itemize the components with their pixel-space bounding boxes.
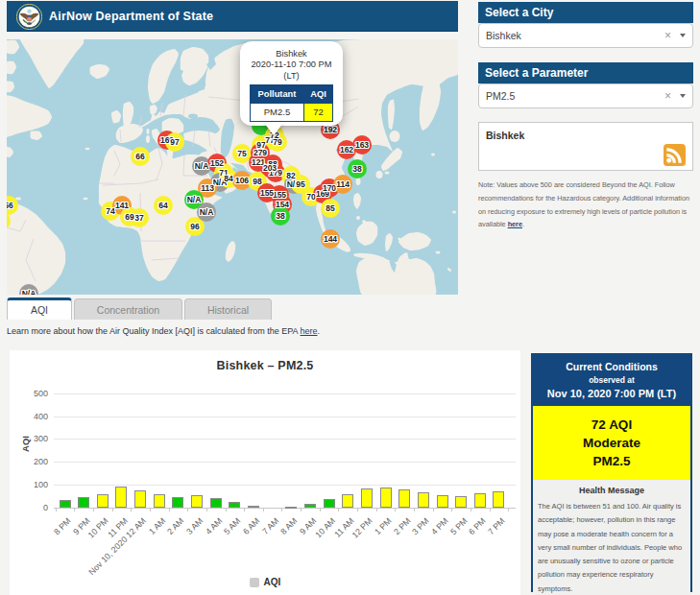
x-tick: [131, 508, 132, 512]
bar-4-pm[interactable]: [437, 495, 448, 508]
popup-col-aqi: AQI: [304, 84, 333, 103]
sidebar: Select a City Bishkek × Select a Paramet…: [478, 2, 693, 231]
x-tick-label: 2 AM: [165, 516, 186, 537]
learn-more-after: .: [318, 326, 321, 336]
x-tick: [56, 508, 57, 512]
popup-aqi-value: 72: [304, 103, 333, 121]
x-tick: [187, 508, 188, 512]
x-tick: [451, 508, 452, 512]
aqi-marker-label: N/A: [10, 284, 48, 295]
bar-4-am[interactable]: [210, 498, 222, 508]
x-tick-label: 7 PM: [486, 516, 507, 537]
tab-bar: AQIConcentrationHistorical: [7, 298, 274, 320]
x-tick-label: 8 PM: [52, 516, 73, 537]
x-tick-label: 5 PM: [448, 516, 470, 537]
bar-nov-10-2020-12-am[interactable]: [134, 490, 146, 508]
popup-city: Bishkek: [276, 49, 307, 59]
rss-box: Bishkek: [478, 122, 693, 171]
x-tick: [508, 508, 509, 512]
x-tick: [395, 508, 396, 512]
bar-10-pm[interactable]: [97, 494, 109, 508]
x-tick: [150, 508, 151, 512]
bar-8-pm[interactable]: [60, 500, 71, 508]
bar-1-pm[interactable]: [380, 488, 392, 508]
popup-timezone: (LT): [283, 71, 299, 81]
x-tick-label: 3 AM: [184, 516, 205, 537]
department-of-state-seal-icon: [16, 4, 42, 30]
gridline-200: [54, 462, 516, 463]
x-tick-label: 10 AM: [313, 516, 337, 540]
x-tick: [263, 508, 264, 512]
x-tick: [320, 508, 321, 512]
city-select[interactable]: Bishkek ×: [478, 23, 693, 48]
y-tick-label: 400: [15, 412, 48, 421]
x-tick: [357, 508, 358, 512]
aqi-marker-label: 38: [261, 206, 300, 226]
aqi-marker-label: 38: [338, 159, 376, 178]
aqi-marker-label: 85: [311, 199, 350, 218]
bar-9-pm[interactable]: [78, 497, 89, 508]
learn-more-before: Learn more about how the Air Quality Ind…: [7, 326, 301, 336]
bar-3-am[interactable]: [191, 495, 203, 508]
x-tick: [433, 508, 434, 512]
map-popup: Bishkek 2020-11-10 7:00 PM (LT) Pollutan…: [240, 41, 343, 126]
bar-12-pm[interactable]: [361, 488, 373, 508]
tab-historical[interactable]: Historical: [184, 298, 272, 320]
x-tick: [244, 508, 245, 512]
spacer: [478, 48, 693, 62]
chart-legend[interactable]: AQI: [10, 577, 520, 587]
bar-11-am[interactable]: [342, 494, 353, 508]
bar-2-am[interactable]: [172, 497, 183, 508]
conditions-header: Current Conditions observed at Nov 10, 2…: [533, 355, 690, 406]
x-tick: [414, 508, 415, 512]
gridline-100: [54, 485, 516, 486]
x-tick: [376, 508, 377, 512]
parameter-clear-icon[interactable]: ×: [664, 90, 671, 102]
city-clear-icon[interactable]: ×: [664, 30, 671, 41]
x-tick: [226, 508, 227, 512]
tab-aqi[interactable]: AQI: [7, 298, 72, 320]
bar-7-pm[interactable]: [493, 491, 504, 508]
parameter-caret-icon[interactable]: [680, 94, 686, 98]
conditions-category: Moderate: [533, 434, 690, 452]
conditions-datetime: Nov 10, 2020 7:00 PM (LT): [535, 388, 688, 399]
learn-more-here-link[interactable]: here: [301, 326, 318, 336]
legend-label: AQI: [264, 577, 281, 587]
world-map[interactable]: 1699766567414137696496N/A15271N/A8410611…: [7, 39, 458, 295]
bar-1-am[interactable]: [154, 494, 165, 508]
rss-icon[interactable]: [664, 144, 686, 166]
popup-col-pollutant: Pollutant: [251, 84, 304, 103]
gridline-500: [54, 393, 516, 394]
bar-10-am[interactable]: [324, 499, 335, 508]
popup-tail: [264, 123, 283, 135]
bar-8-am[interactable]: [285, 507, 297, 509]
bar-9-am[interactable]: [304, 504, 316, 508]
bar-6-am[interactable]: [248, 506, 259, 508]
bar-6-pm[interactable]: [474, 493, 486, 508]
x-tick: [301, 508, 302, 512]
gridline-400: [54, 416, 516, 417]
bar-2-pm[interactable]: [398, 489, 410, 508]
note-here-link[interactable]: here: [508, 220, 522, 228]
parameter-select[interactable]: PM2.5 ×: [478, 83, 693, 108]
y-tick-label: 200: [15, 457, 48, 466]
city-caret-icon[interactable]: [680, 34, 686, 37]
x-tick-label: 4 AM: [204, 516, 225, 537]
popup-table-header-row: Pollutant AQI: [251, 84, 333, 103]
x-tick: [281, 508, 282, 512]
app-header: AirNow Department of State: [7, 1, 458, 32]
bar-3-pm[interactable]: [418, 492, 429, 508]
x-tick: [338, 508, 339, 512]
x-tick: [490, 508, 491, 512]
note-after: .: [522, 220, 524, 228]
bar-11-pm[interactable]: [115, 487, 127, 508]
conditions-aqi-value: 72 AQI: [533, 416, 690, 434]
bar-5-pm[interactable]: [455, 496, 467, 508]
aqi-marker-label: 56: [7, 196, 28, 215]
popup-table-data-row: PM2.5 72: [251, 103, 333, 121]
y-tick-label: 300: [15, 434, 48, 443]
tab-concentration[interactable]: Concentration: [74, 298, 182, 320]
bar-5-am[interactable]: [229, 502, 240, 508]
x-tick-label: 1 PM: [373, 516, 394, 537]
x-tick-label: 2 PM: [392, 516, 413, 537]
